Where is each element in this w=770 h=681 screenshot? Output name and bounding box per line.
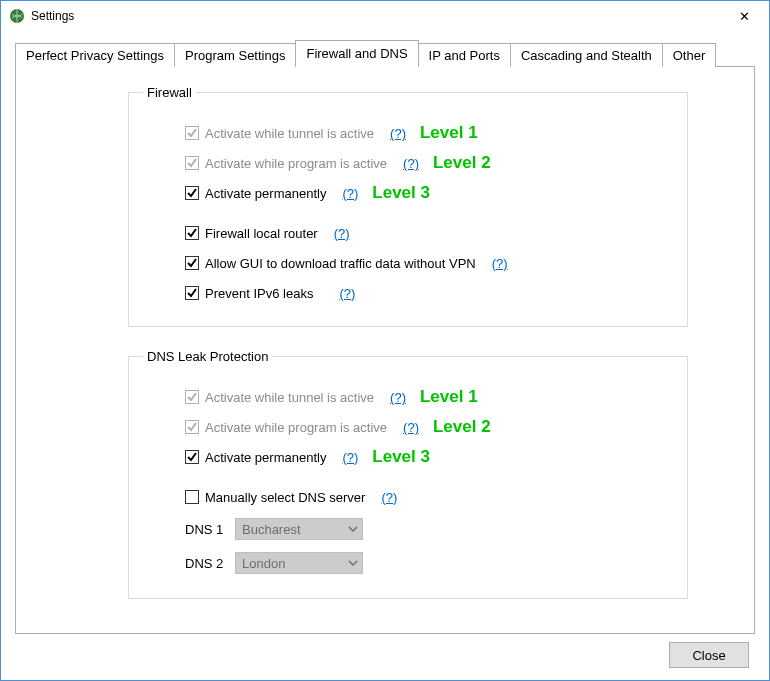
help-fw-local-router[interactable]: (?) <box>334 226 350 241</box>
window-close-button[interactable]: ✕ <box>721 1 767 31</box>
annot-level3-dns: Level 3 <box>372 447 430 467</box>
label-dns-program: Activate while program is active <box>205 420 387 435</box>
checkbox-dns-tunnel <box>185 390 199 404</box>
annot-level2-dns: Level 2 <box>433 417 491 437</box>
annot-level3-fw: Level 3 <box>372 183 430 203</box>
settings-window: Settings ✕ Perfect Privacy Settings Prog… <box>0 0 770 681</box>
tab-other[interactable]: Other <box>662 43 717 67</box>
tabpanel-firewall-dns: Firewall Activate while tunnel is active… <box>15 66 755 634</box>
annot-level2-fw: Level 2 <box>433 153 491 173</box>
label-dns-permanent[interactable]: Activate permanently <box>205 450 326 465</box>
group-firewall: Firewall Activate while tunnel is active… <box>128 85 688 327</box>
label-fw-tunnel: Activate while tunnel is active <box>205 126 374 141</box>
tab-program-settings[interactable]: Program Settings <box>174 43 296 67</box>
help-dns-permanent[interactable]: (?) <box>342 450 358 465</box>
checkbox-dns-manual[interactable] <box>185 490 199 504</box>
help-fw-permanent[interactable]: (?) <box>342 186 358 201</box>
footer: Close <box>15 634 755 672</box>
chevron-down-icon <box>348 558 358 568</box>
checkbox-dns-permanent[interactable] <box>185 450 199 464</box>
label-fw-program: Activate while program is active <box>205 156 387 171</box>
group-firewall-legend: Firewall <box>143 85 196 100</box>
group-dns: DNS Leak Protection Activate while tunne… <box>128 349 688 599</box>
label-fw-local-router[interactable]: Firewall local router <box>205 226 318 241</box>
label-fw-gui-traffic[interactable]: Allow GUI to download traffic data witho… <box>205 256 476 271</box>
checkbox-fw-permanent[interactable] <box>185 186 199 200</box>
checkbox-fw-gui-traffic[interactable] <box>185 256 199 270</box>
label-dns-tunnel: Activate while tunnel is active <box>205 390 374 405</box>
titlebar: Settings ✕ <box>1 1 769 31</box>
help-dns-tunnel[interactable]: (?) <box>390 390 406 405</box>
checkbox-dns-program <box>185 420 199 434</box>
client-area: Perfect Privacy Settings Program Setting… <box>1 31 769 681</box>
help-dns-program[interactable]: (?) <box>403 420 419 435</box>
checkbox-fw-tunnel <box>185 126 199 140</box>
dns2-select[interactable]: London <box>235 552 363 574</box>
dns1-label: DNS 1 <box>185 522 235 537</box>
group-dns-legend: DNS Leak Protection <box>143 349 272 364</box>
dns2-value: London <box>242 556 285 571</box>
app-icon <box>9 8 25 24</box>
annot-level1-dns: Level 1 <box>420 387 478 407</box>
window-title: Settings <box>31 9 721 23</box>
checkbox-fw-program <box>185 156 199 170</box>
dns1-select[interactable]: Bucharest <box>235 518 363 540</box>
tab-firewall-dns[interactable]: Firewall and DNS <box>295 40 418 67</box>
label-dns-manual[interactable]: Manually select DNS server <box>205 490 365 505</box>
help-dns-manual[interactable]: (?) <box>381 490 397 505</box>
help-fw-ipv6[interactable]: (?) <box>339 286 355 301</box>
chevron-down-icon <box>348 524 358 534</box>
label-fw-permanent[interactable]: Activate permanently <box>205 186 326 201</box>
tab-perfect-privacy[interactable]: Perfect Privacy Settings <box>15 43 175 67</box>
label-fw-ipv6[interactable]: Prevent IPv6 leaks <box>205 286 313 301</box>
checkbox-fw-ipv6[interactable] <box>185 286 199 300</box>
help-fw-tunnel[interactable]: (?) <box>390 126 406 141</box>
close-button[interactable]: Close <box>669 642 749 668</box>
checkbox-fw-local-router[interactable] <box>185 226 199 240</box>
dns2-label: DNS 2 <box>185 556 235 571</box>
annot-level1-fw: Level 1 <box>420 123 478 143</box>
tab-ip-ports[interactable]: IP and Ports <box>418 43 511 67</box>
help-fw-program[interactable]: (?) <box>403 156 419 171</box>
tabstrip: Perfect Privacy Settings Program Setting… <box>15 39 755 66</box>
help-fw-gui-traffic[interactable]: (?) <box>492 256 508 271</box>
tab-cascading-stealth[interactable]: Cascading and Stealth <box>510 43 663 67</box>
dns1-value: Bucharest <box>242 522 301 537</box>
